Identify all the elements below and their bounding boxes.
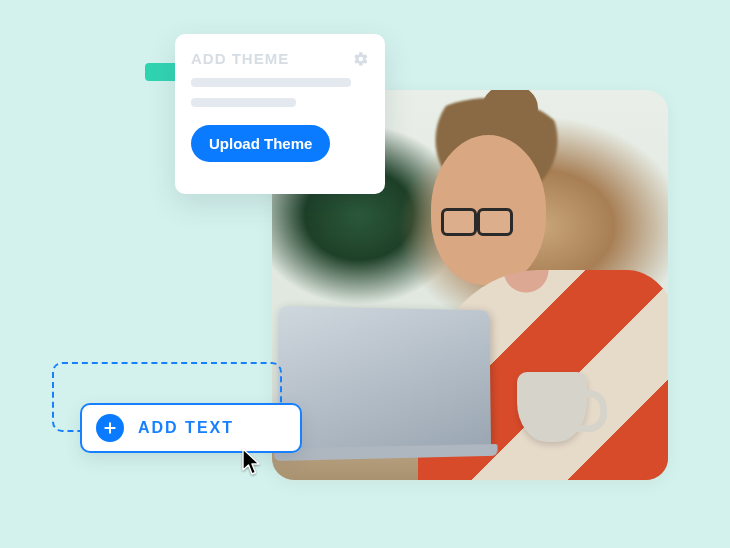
stage: ADD THEME Upload Theme ADD TEXT xyxy=(0,0,730,548)
plus-icon xyxy=(96,414,124,442)
add-text-label: ADD TEXT xyxy=(138,419,234,437)
skeleton-line xyxy=(191,78,351,87)
theme-card: ADD THEME Upload Theme xyxy=(175,34,385,194)
upload-theme-button[interactable]: Upload Theme xyxy=(191,125,330,162)
photo-mug xyxy=(517,372,587,442)
skeleton-line xyxy=(191,98,296,107)
photo-laptop xyxy=(278,306,491,450)
photo-glasses xyxy=(441,208,513,232)
add-text-button[interactable]: ADD TEXT xyxy=(80,403,302,453)
gear-icon[interactable] xyxy=(353,51,369,67)
theme-card-header: ADD THEME xyxy=(191,50,369,67)
theme-card-title: ADD THEME xyxy=(191,50,289,67)
